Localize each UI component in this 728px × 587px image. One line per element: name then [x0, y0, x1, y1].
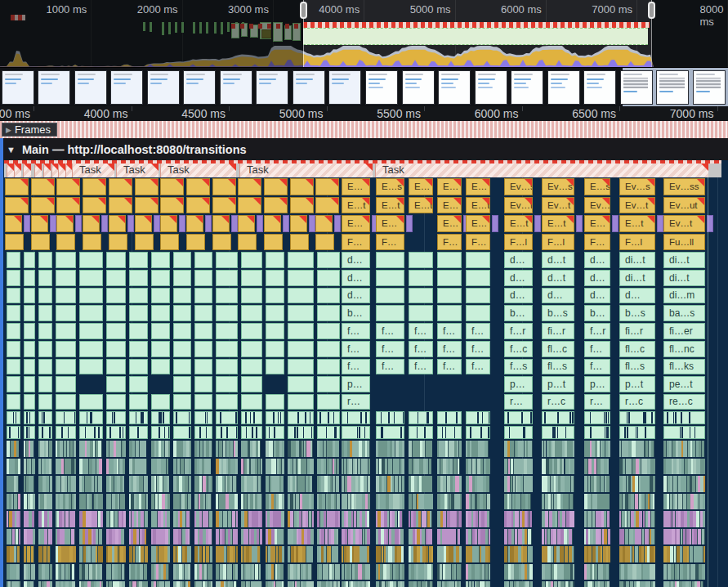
js-frame-bar[interactable]: [56, 305, 76, 321]
js-frame-bar[interactable]: [24, 341, 35, 357]
js-frame-bar[interactable]: [38, 288, 52, 303]
dense-frames-bar[interactable]: [173, 494, 191, 510]
js-frame-bar[interactable]: fi…er: [663, 323, 705, 339]
event-bar[interactable]: E…: [409, 178, 433, 195]
js-frame-bar[interactable]: [7, 305, 20, 321]
js-frame-bar[interactable]: f…: [466, 359, 490, 374]
js-frame-bar[interactable]: [7, 323, 20, 339]
event-bar[interactable]: F…: [342, 234, 370, 250]
dense-frames-bar[interactable]: [342, 494, 370, 510]
js-frame-bar[interactable]: [288, 359, 314, 374]
style-bar[interactable]: [50, 215, 56, 232]
js-frame-bar[interactable]: [129, 305, 148, 321]
js-frame-bar[interactable]: [241, 411, 262, 424]
dense-frames-bar[interactable]: [663, 441, 705, 457]
task-bar[interactable]: [34, 164, 42, 177]
js-frame-bar[interactable]: f…c: [504, 341, 533, 357]
js-frame-bar[interactable]: [216, 252, 238, 268]
collapse-arrow-icon[interactable]: ▼: [7, 145, 16, 155]
event-bar[interactable]: [83, 178, 106, 195]
js-frame-bar[interactable]: [216, 426, 238, 439]
filmstrip-thumbnail[interactable]: [293, 70, 325, 105]
dense-frames-bar[interactable]: [542, 564, 574, 580]
js-frame-bar[interactable]: [241, 270, 262, 286]
js-frame-bar[interactable]: [317, 288, 340, 303]
dense-frames-bar[interactable]: [409, 476, 433, 492]
event-bar[interactable]: Ev…ss: [663, 178, 705, 195]
js-frame-bar[interactable]: ba…s: [663, 305, 705, 321]
js-frame-bar[interactable]: [173, 359, 191, 374]
dense-frames-bar[interactable]: [619, 476, 655, 492]
event-bar[interactable]: [264, 197, 288, 213]
event-bar[interactable]: [212, 215, 230, 232]
js-frame-bar[interactable]: f…: [342, 341, 370, 357]
dense-frames-bar[interactable]: [194, 476, 212, 492]
filmstrip-thumbnail[interactable]: [656, 70, 689, 105]
filmstrip-thumbnail[interactable]: [328, 70, 361, 105]
style-bar[interactable]: [612, 215, 619, 232]
js-frame-bar[interactable]: [106, 270, 126, 286]
js-frame-bar[interactable]: [266, 359, 284, 374]
js-frame-bar[interactable]: [241, 252, 262, 268]
event-bar[interactable]: [83, 197, 106, 213]
dense-frames-bar[interactable]: [542, 529, 574, 545]
js-frame-bar[interactable]: [437, 288, 462, 303]
js-frame-bar[interactable]: f…: [437, 323, 462, 339]
dense-frames-bar[interactable]: [241, 564, 262, 580]
dense-frames-bar[interactable]: [24, 494, 35, 510]
js-frame-bar[interactable]: [173, 341, 191, 357]
dense-frames-bar[interactable]: [584, 511, 610, 527]
js-frame-bar[interactable]: re…c: [663, 394, 705, 410]
dense-frames-bar[interactable]: [663, 476, 705, 492]
event-bar[interactable]: [238, 178, 261, 195]
task-bar[interactable]: [58, 164, 65, 177]
event-bar[interactable]: [5, 197, 29, 213]
js-frame-bar[interactable]: [24, 323, 35, 339]
dense-frames-bar[interactable]: [376, 459, 404, 475]
js-frame-bar[interactable]: [216, 288, 238, 303]
event-bar[interactable]: Ev…t: [584, 197, 610, 213]
event-bar[interactable]: [290, 234, 309, 250]
expand-arrow-icon[interactable]: ▶: [6, 126, 11, 134]
task-bar[interactable]: Task: [375, 164, 708, 177]
js-frame-bar[interactable]: f…: [342, 323, 370, 339]
dense-frames-bar[interactable]: [216, 494, 238, 510]
event-bar[interactable]: Fu…ll: [663, 234, 705, 250]
dense-frames-bar[interactable]: [409, 546, 433, 562]
dense-frames-bar[interactable]: [173, 511, 191, 527]
js-frame-bar[interactable]: [173, 426, 191, 439]
event-bar[interactable]: [56, 215, 74, 232]
dense-frames-bar[interactable]: [342, 459, 370, 475]
js-frame-bar[interactable]: [129, 288, 148, 303]
js-frame-bar[interactable]: [151, 359, 170, 374]
dense-frames-bar[interactable]: [129, 564, 148, 580]
dense-frames-bar[interactable]: [619, 564, 655, 580]
event-bar[interactable]: F…: [437, 234, 462, 250]
js-frame-bar[interactable]: [7, 359, 20, 374]
dense-frames-bar[interactable]: [437, 529, 462, 545]
dense-frames-bar[interactable]: [584, 494, 610, 510]
js-frame-bar[interactable]: [79, 323, 103, 339]
dense-frames-bar[interactable]: [504, 529, 533, 545]
js-frame-bar[interactable]: [151, 288, 170, 303]
js-frame-bar[interactable]: r…c: [619, 394, 655, 410]
dense-frames-bar[interactable]: [288, 511, 314, 527]
dense-frames-bar[interactable]: [504, 494, 533, 510]
js-frame-bar[interactable]: [288, 341, 314, 357]
main-flame-chart[interactable]: TaskTaskTaskTaskTaskE…E…sE…E…E…Ev…sEv…sE…: [0, 160, 728, 587]
dense-frames-bar[interactable]: [288, 441, 314, 457]
dense-frames-bar[interactable]: [437, 564, 462, 580]
dense-frames-bar[interactable]: [376, 476, 404, 492]
js-frame-bar[interactable]: [24, 426, 35, 439]
js-frame-bar[interactable]: [504, 426, 533, 439]
js-frame-bar[interactable]: d…: [584, 252, 610, 268]
dense-frames-bar[interactable]: [466, 546, 490, 562]
js-frame-bar[interactable]: [542, 411, 574, 424]
dense-frames-bar[interactable]: [504, 581, 533, 587]
js-frame-bar[interactable]: [241, 323, 262, 339]
dense-frames-bar[interactable]: [342, 564, 370, 580]
js-frame-bar[interactable]: [173, 288, 191, 303]
event-bar[interactable]: [135, 215, 152, 232]
event-bar[interactable]: E…: [437, 178, 462, 195]
dense-frames-bar[interactable]: [151, 459, 170, 475]
